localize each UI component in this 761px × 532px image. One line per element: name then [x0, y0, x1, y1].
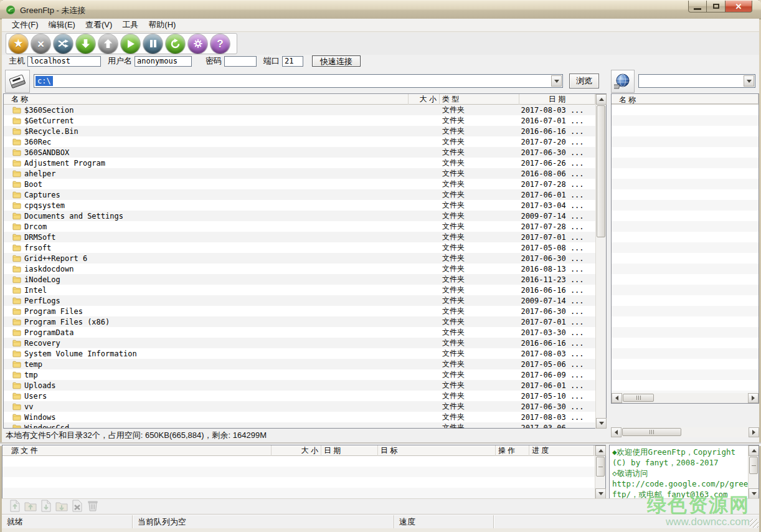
local-column-2[interactable]: 类 型	[440, 94, 519, 105]
file-row[interactable]: PerfLogs文件夹2009-07-14 ...	[4, 295, 595, 306]
remote-horizontal-scrollbar[interactable]	[612, 393, 759, 403]
log-vertical-scrollbar[interactable]	[748, 445, 759, 499]
help-button[interactable]: ?	[210, 34, 230, 54]
scroll-up-button[interactable]	[749, 445, 759, 456]
scroll-thumb[interactable]	[622, 428, 681, 436]
scroll-down-button[interactable]	[749, 488, 759, 499]
local-column-3[interactable]: 日 期	[519, 94, 595, 105]
menu-item-3[interactable]: 工具	[117, 18, 143, 32]
queue-column-3[interactable]: 目 标	[378, 445, 496, 456]
title-bar[interactable]: GreenFtp - 未连接 ✕	[0, 0, 761, 19]
file-row[interactable]: ahelper文件夹2016-08-06 ...	[4, 168, 595, 179]
scroll-right-button[interactable]	[749, 427, 759, 437]
file-row[interactable]: iaskdocdown文件夹2016-08-13 ...	[4, 264, 595, 274]
local-drive-tile[interactable]	[5, 70, 30, 93]
remote-path-dropdown-button[interactable]	[744, 75, 754, 87]
scroll-thumb[interactable]	[749, 457, 758, 474]
file-row[interactable]: $360Section文件夹2017-08-03 ...	[4, 105, 595, 115]
file-row[interactable]: Captures文件夹2017-06-01 ...	[4, 189, 595, 200]
password-input[interactable]	[224, 56, 257, 67]
file-row[interactable]: ProgramData文件夹2017-03-30 ...	[4, 327, 595, 338]
delete-trash-button[interactable]	[86, 500, 100, 514]
scroll-right-button[interactable]	[748, 393, 759, 403]
file-row[interactable]: temp文件夹2017-05-06 ...	[4, 359, 595, 369]
download-button[interactable]	[76, 34, 95, 54]
download-file-button[interactable]	[39, 500, 53, 514]
menu-item-0[interactable]: 文件(F)	[7, 18, 44, 32]
upload-file-button[interactable]	[8, 500, 22, 514]
menu-item-4[interactable]: 帮助(H)	[143, 18, 181, 32]
file-row[interactable]: Drcom文件夹2017-07-28 ...	[4, 221, 595, 232]
minimize-button[interactable]	[688, 1, 707, 12]
scroll-thumb[interactable]	[597, 105, 605, 237]
upload-button[interactable]	[98, 34, 118, 54]
queue-column-4[interactable]: 操 作	[496, 445, 529, 456]
file-row[interactable]: Grid++Report 6文件夹2017-06-30 ...	[4, 253, 595, 264]
menu-item-1[interactable]: 编辑(E)	[44, 18, 80, 32]
maximize-button[interactable]	[707, 1, 726, 12]
local-column-0[interactable]: 名 称	[4, 94, 409, 105]
queue-vertical-scrollbar[interactable]	[595, 445, 605, 499]
scroll-down-button[interactable]	[595, 488, 606, 499]
remote-site-tile[interactable]	[611, 70, 635, 93]
menu-item-2[interactable]: 查看(V)	[80, 18, 117, 32]
local-path-dropdown-button[interactable]	[551, 75, 562, 87]
start-queue-button[interactable]	[121, 34, 140, 54]
file-row[interactable]: $GetCurrent文件夹2016-07-01 ...	[4, 115, 595, 126]
scroll-up-button[interactable]	[596, 94, 607, 105]
file-row[interactable]: Intel文件夹2016-06-16 ...	[4, 285, 595, 295]
resize-grip[interactable]	[750, 519, 759, 528]
file-row[interactable]: Windows文件夹2017-08-03 ...	[4, 412, 595, 422]
disconnect-button[interactable]: ×	[31, 34, 50, 54]
file-row[interactable]: 360SANDBOX文件夹2017-06-30 ...	[4, 147, 595, 158]
transfer-mode-button[interactable]	[54, 34, 73, 54]
upload-folder-button[interactable]	[24, 500, 37, 514]
scroll-up-button[interactable]	[595, 445, 606, 456]
scroll-thumb[interactable]	[623, 394, 654, 402]
queue-column-2[interactable]: 日 期	[321, 445, 378, 456]
queue-column-5[interactable]: 进 度	[529, 445, 594, 456]
file-row[interactable]: Boot文件夹2017-07-28 ...	[4, 179, 595, 189]
file-row[interactable]: 360Rec文件夹2017-07-20 ...	[4, 136, 595, 147]
scroll-left-button[interactable]	[612, 393, 622, 403]
file-row[interactable]: Recovery文件夹2016-06-16 ...	[4, 338, 595, 348]
file-row[interactable]: Adjustment Program文件夹2017-06-26 ...	[4, 158, 595, 168]
file-row[interactable]: Program Files文件夹2017-06-30 ...	[4, 306, 595, 316]
remove-item-button[interactable]	[70, 500, 84, 514]
file-row[interactable]: Documents and Settings文件夹2009-07-14 ...	[4, 211, 595, 221]
local-path-combo[interactable]: c:\	[34, 74, 563, 88]
remote-column-name[interactable]: 名 称	[612, 94, 759, 104]
queue-column-0[interactable]: 源 文 件	[2, 445, 272, 456]
scroll-down-button[interactable]	[596, 418, 607, 429]
file-row[interactable]: DRMSoft文件夹2017-07-01 ...	[4, 232, 595, 242]
remote-path-combo[interactable]	[638, 74, 755, 88]
refresh-button[interactable]	[166, 34, 185, 54]
file-row[interactable]: Users文件夹2017-05-10 ...	[4, 391, 595, 401]
file-row[interactable]: tmp文件夹2017-06-09 ...	[4, 369, 595, 380]
browse-button[interactable]: 浏览	[569, 74, 599, 88]
local-vertical-scrollbar[interactable]	[595, 94, 606, 429]
queue-column-1[interactable]: 大 小	[272, 445, 321, 456]
scroll-left-button[interactable]	[611, 427, 622, 437]
download-folder-button[interactable]	[55, 500, 69, 514]
file-row[interactable]: Uploads文件夹2017-06-01 ...	[4, 380, 595, 391]
file-row[interactable]: iNodeLog文件夹2016-11-23 ...	[4, 274, 595, 285]
file-row[interactable]: $Recycle.Bin文件夹2016-06-16 ...	[4, 126, 595, 136]
site-favorites-button[interactable]: ★	[9, 34, 28, 54]
scroll-thumb[interactable]	[596, 457, 605, 477]
settings-button[interactable]	[188, 34, 207, 54]
pause-queue-button[interactable]	[143, 34, 163, 54]
file-row[interactable]: frsoft文件夹2017-05-08 ...	[4, 242, 595, 253]
remote-lower-scrollbar[interactable]	[611, 427, 759, 437]
port-input[interactable]	[282, 56, 303, 67]
quick-connect-button[interactable]: 快速连接	[312, 55, 361, 67]
close-button[interactable]: ✕	[726, 1, 752, 12]
username-input[interactable]	[135, 56, 192, 67]
file-row[interactable]: cpqsystem文件夹2017-03-04 ...	[4, 200, 595, 211]
file-row[interactable]: Program Files (x86)文件夹2017-07-01 ...	[4, 316, 595, 327]
file-row[interactable]: vv文件夹2017-06-30 ...	[4, 401, 595, 412]
file-row[interactable]: System Volume Information文件夹2017-08-03 .…	[4, 348, 595, 359]
local-column-1[interactable]: 大 小	[409, 94, 440, 105]
host-input[interactable]	[27, 56, 101, 67]
file-row[interactable]: WindowsCsd文件夹2017-03-06 ...	[4, 422, 595, 428]
